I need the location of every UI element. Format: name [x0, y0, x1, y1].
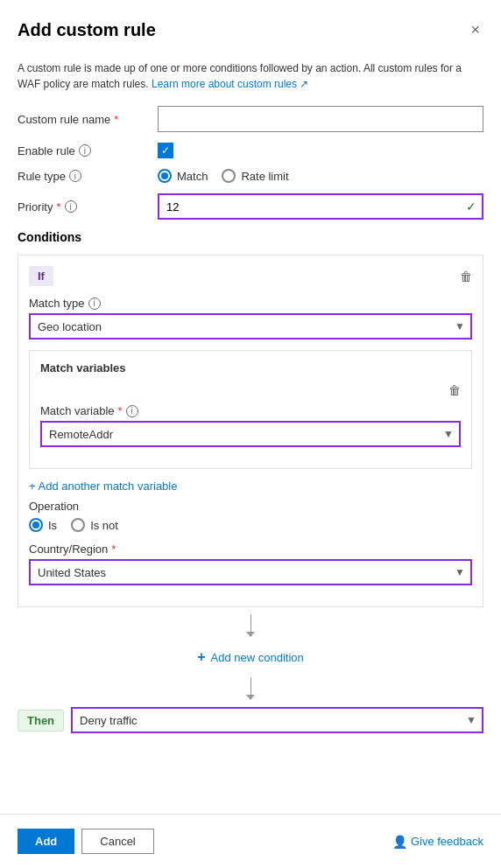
- give-feedback-link[interactable]: 👤 Give feedback: [392, 835, 483, 849]
- match-type-select[interactable]: Geo location IP address String: [29, 313, 472, 340]
- match-variable-row: Match variable * i RemoteAddr RequestBod…: [40, 404, 461, 447]
- priority-check-icon: ✓: [466, 200, 476, 214]
- close-button[interactable]: ×: [467, 18, 483, 43]
- learn-more-link[interactable]: Learn more about custom rules ↗: [152, 78, 308, 90]
- arrow-to-add-condition: [18, 614, 483, 637]
- add-match-variable-row: + Add another match variable: [29, 480, 472, 493]
- country-region-label: Country/Region *: [29, 542, 472, 556]
- custom-rule-name-control: [158, 106, 483, 132]
- add-match-variable-link[interactable]: + Add another match variable: [29, 480, 472, 493]
- country-region-select[interactable]: United States Canada United Kingdom Germ…: [29, 559, 472, 585]
- rule-type-control: Match Rate limit: [158, 169, 483, 183]
- then-row: Then Deny traffic Allow traffic Log ▼: [18, 707, 483, 733]
- priority-label: Priority * i: [18, 200, 158, 214]
- enable-rule-info-icon[interactable]: i: [79, 144, 91, 157]
- match-radio-outer: [158, 169, 172, 183]
- conditions-section-title: Conditions: [18, 230, 483, 244]
- external-link-icon: ↗: [300, 78, 308, 90]
- match-radio-label: Match: [177, 170, 208, 183]
- dialog-header: Add custom rule ×: [0, 0, 501, 52]
- priority-info-icon[interactable]: i: [65, 200, 77, 213]
- rule-type-row: Rule type i Match Rate limit: [18, 169, 483, 183]
- condition-box: If 🗑 Match type i Geo location IP addres…: [18, 255, 483, 607]
- add-condition-button[interactable]: + Add new condition: [187, 644, 314, 670]
- country-region-select-wrapper: United States Canada United Kingdom Germ…: [29, 559, 472, 585]
- priority-input[interactable]: [158, 193, 483, 220]
- rule-type-rate-limit-option[interactable]: Rate limit: [222, 169, 288, 183]
- operation-section: Operation Is Is not: [29, 500, 472, 532]
- operation-radio-group: Is Is not: [29, 518, 472, 532]
- rule-type-match-option[interactable]: Match: [158, 169, 208, 183]
- custom-rule-name-label: Custom rule name *: [18, 113, 158, 126]
- priority-wrapper: ✓: [158, 193, 483, 220]
- then-action-select-wrapper: Deny traffic Allow traffic Log ▼: [71, 707, 483, 733]
- priority-required: *: [56, 200, 60, 214]
- footer-actions: Add Cancel: [18, 829, 154, 854]
- match-type-info-icon[interactable]: i: [88, 298, 101, 310]
- add-custom-rule-dialog: Add custom rule × A custom rule is made …: [0, 0, 501, 868]
- dialog-footer: Add Cancel 👤 Give feedback: [0, 814, 501, 868]
- info-text: A custom rule is made up of one or more …: [18, 60, 483, 92]
- then-action-select[interactable]: Deny traffic Allow traffic Log: [71, 707, 483, 733]
- is-radio-label: Is: [48, 519, 57, 532]
- match-variable-select[interactable]: RemoteAddr RequestBody RequestHeader Que…: [40, 421, 461, 447]
- match-variable-label: Match variable * i: [40, 404, 461, 417]
- is-radio-outer: [29, 518, 43, 532]
- feedback-icon: 👤: [392, 835, 407, 849]
- enable-rule-row: Enable rule i ✓: [18, 143, 483, 158]
- arrow-line-1: [250, 614, 251, 632]
- enable-rule-label: Enable rule i: [18, 144, 158, 158]
- priority-control: ✓: [158, 193, 483, 220]
- add-condition-container: + Add new condition: [18, 644, 483, 670]
- then-badge: Then: [18, 710, 64, 732]
- add-condition-plus-icon: +: [197, 649, 205, 665]
- match-variable-info-icon[interactable]: i: [126, 405, 138, 417]
- cancel-button[interactable]: Cancel: [81, 829, 153, 854]
- arrow-head-1: [246, 632, 255, 637]
- match-type-label: Match type i: [29, 297, 472, 310]
- rule-type-label: Rule type i: [18, 170, 158, 183]
- if-badge: If: [29, 266, 53, 286]
- match-radio-inner: [161, 172, 168, 179]
- rate-limit-radio-outer: [222, 169, 236, 183]
- required-indicator: *: [114, 113, 118, 126]
- match-variable-required: *: [118, 404, 123, 417]
- operation-is-option[interactable]: Is: [29, 518, 57, 532]
- match-type-select-wrapper: Geo location IP address String ▼: [29, 313, 472, 340]
- match-variables-title: Match variables: [40, 361, 461, 374]
- arrow-line-2: [250, 677, 251, 695]
- dialog-title: Add custom rule: [18, 20, 156, 40]
- custom-rule-name-row: Custom rule name *: [18, 106, 483, 132]
- arrow-head-2: [246, 695, 255, 700]
- condition-header: If 🗑: [29, 266, 472, 286]
- isnot-radio-outer: [71, 518, 85, 532]
- is-radio-inner: [32, 522, 39, 528]
- priority-row: Priority * i ✓: [18, 193, 483, 220]
- country-region-required: *: [111, 542, 116, 556]
- add-button[interactable]: Add: [18, 829, 74, 854]
- match-variable-delete-row: 🗑: [40, 383, 461, 397]
- feedback-label: Give feedback: [411, 835, 483, 848]
- add-condition-label: Add new condition: [211, 651, 304, 664]
- dialog-body: A custom rule is made up of one or more …: [0, 52, 501, 814]
- country-region-row: Country/Region * United States Canada Un…: [29, 542, 472, 585]
- match-variables-section: Match variables 🗑 Match variable * i Rem…: [29, 350, 472, 469]
- operation-label: Operation: [29, 500, 472, 513]
- match-type-row: Match type i Geo location IP address Str…: [29, 297, 472, 340]
- rule-type-info-icon[interactable]: i: [69, 170, 81, 182]
- custom-rule-name-input[interactable]: [158, 106, 483, 132]
- rate-limit-radio-label: Rate limit: [241, 170, 288, 183]
- enable-rule-control: ✓: [158, 143, 483, 158]
- match-variable-delete-icon[interactable]: 🗑: [448, 383, 461, 397]
- checkbox-check-icon: ✓: [161, 144, 170, 157]
- operation-isnot-option[interactable]: Is not: [71, 518, 118, 532]
- rule-type-radio-group: Match Rate limit: [158, 169, 483, 183]
- isnot-radio-label: Is not: [90, 519, 118, 532]
- enable-rule-checkbox[interactable]: ✓: [158, 143, 173, 158]
- condition-delete-icon[interactable]: 🗑: [460, 270, 472, 284]
- match-variable-select-wrapper: RemoteAddr RequestBody RequestHeader Que…: [40, 421, 461, 447]
- arrow-to-then: [18, 677, 483, 700]
